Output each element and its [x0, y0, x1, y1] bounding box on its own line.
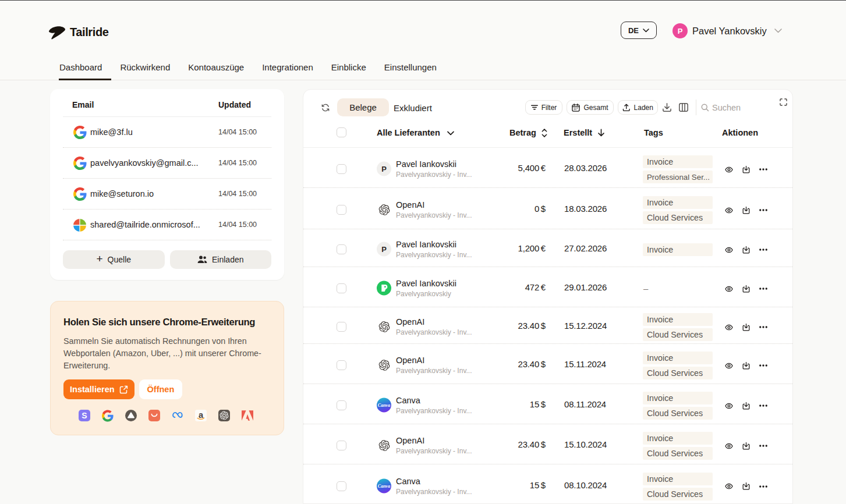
svg-text:S: S [82, 411, 87, 420]
